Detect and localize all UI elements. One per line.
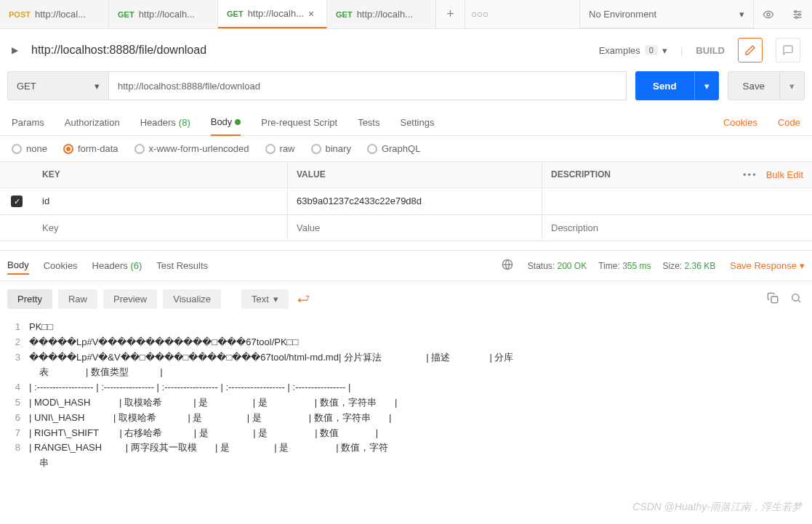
response-body[interactable]: 1PK□□ 2�����Lp#V������������□���67tool/P… — [0, 317, 812, 474]
copy-icon[interactable] — [764, 289, 781, 310]
tab-label: http://localh... — [248, 8, 304, 19]
settings-sliders-icon[interactable] — [783, 0, 812, 29]
radio-graphql[interactable]: GraphQL — [367, 143, 420, 154]
url-input[interactable]: http://localhost:8888/file/download — [109, 71, 627, 100]
resp-tab-headers[interactable]: Headers (6) — [92, 257, 142, 274]
col-key: KEY — [33, 162, 288, 188]
svg-rect-8 — [771, 297, 778, 303]
chevron-down-icon: ▾ — [95, 81, 100, 92]
examples-dropdown[interactable]: Examples 0 ▾ — [599, 45, 667, 56]
svg-point-4 — [795, 10, 797, 12]
cookies-link[interactable]: Cookies — [723, 110, 757, 135]
value-input[interactable] — [297, 196, 533, 206]
status-value: 200 OK — [558, 261, 587, 271]
view-visualize[interactable]: Visualize — [163, 289, 221, 309]
tab-3[interactable]: GET http://localh... — [327, 0, 436, 28]
request-tabs: POST http://local... GET http://localh..… — [0, 0, 579, 28]
tab-headers[interactable]: Headers (8) — [140, 110, 190, 135]
code-link[interactable]: Code — [778, 110, 800, 135]
bulk-edit-button[interactable]: Bulk Edit — [766, 169, 803, 180]
tab-params[interactable]: Params — [12, 110, 44, 135]
comment-icon[interactable] — [776, 38, 800, 63]
tab-label: http://localh... — [357, 9, 413, 20]
formdata-table: KEY VALUE DESCRIPTION ••• Bulk Edit ✓ — [0, 161, 812, 241]
svg-point-5 — [798, 13, 800, 15]
tab-body[interactable]: Body — [211, 109, 241, 136]
more-icon[interactable]: ••• — [743, 169, 757, 180]
tab-2[interactable]: GET http://localh... × — [218, 0, 327, 28]
resp-tab-testresults[interactable]: Test Results — [156, 257, 208, 274]
resp-tab-body[interactable]: Body — [7, 257, 29, 275]
build-button[interactable]: BUILD — [696, 45, 725, 56]
watermark: CSDN @Huathy-雨落江南，浮生若梦 — [632, 501, 802, 514]
edit-icon[interactable] — [738, 38, 763, 63]
key-input[interactable] — [42, 222, 278, 233]
tab-settings[interactable]: Settings — [400, 110, 434, 135]
method-select[interactable]: GET ▾ — [7, 71, 109, 100]
method-badge: POST — [9, 10, 31, 19]
method-badge: GET — [227, 9, 244, 18]
svg-line-10 — [798, 300, 800, 302]
svg-point-0 — [767, 13, 770, 16]
method-badge: GET — [118, 10, 134, 19]
search-icon[interactable] — [787, 289, 805, 310]
save-response-button[interactable]: Save Response ▾ — [730, 260, 805, 271]
wrap-icon[interactable]: ⮐ — [294, 289, 313, 310]
desc-input[interactable] — [551, 196, 716, 206]
add-tab-button[interactable]: + — [436, 0, 465, 28]
environment-label: No Environment — [589, 9, 656, 20]
globe-icon[interactable] — [502, 259, 513, 273]
desc-input[interactable] — [551, 222, 716, 233]
radio-none[interactable]: none — [12, 143, 47, 154]
tab-authorization[interactable]: Authorization — [65, 110, 120, 135]
tab-prerequest[interactable]: Pre-request Script — [261, 110, 337, 135]
svg-point-6 — [795, 16, 797, 18]
radio-binary[interactable]: binary — [311, 143, 351, 154]
row-checkbox[interactable]: ✓ — [11, 196, 23, 207]
table-row-new — [0, 215, 812, 241]
active-dot-icon — [235, 119, 241, 125]
tab-label: http://localh... — [139, 9, 195, 20]
chevron-down-icon: ▾ — [800, 260, 805, 271]
view-raw[interactable]: Raw — [58, 289, 97, 309]
table-row: ✓ — [0, 188, 812, 215]
value-input[interactable] — [297, 222, 533, 233]
tab-0[interactable]: POST http://local... — [0, 0, 109, 28]
chevron-down-icon: ▾ — [739, 9, 744, 20]
save-button[interactable]: Save — [728, 71, 780, 100]
radio-xwww[interactable]: x-www-form-urlencoded — [134, 143, 249, 154]
tab-tests[interactable]: Tests — [358, 110, 379, 135]
examples-count: 0 — [645, 45, 658, 55]
send-dropdown[interactable]: ▾ — [694, 71, 719, 100]
environment-quick-look-icon[interactable] — [754, 0, 783, 29]
col-value: VALUE — [288, 162, 542, 188]
format-select[interactable]: Text ▾ — [241, 289, 289, 309]
key-input[interactable] — [42, 196, 278, 206]
view-pretty[interactable]: Pretty — [7, 289, 52, 309]
environment-select[interactable]: No Environment ▾ — [579, 0, 754, 28]
tab-label: http://local... — [35, 9, 86, 20]
expand-icon[interactable]: ▶ — [12, 45, 18, 55]
view-preview[interactable]: Preview — [103, 289, 157, 309]
radio-raw[interactable]: raw — [265, 143, 295, 154]
resp-tab-cookies[interactable]: Cookies — [44, 257, 78, 274]
tab-1[interactable]: GET http://localh... — [109, 0, 218, 28]
radio-formdata[interactable]: form-data — [63, 143, 118, 154]
svg-point-9 — [792, 294, 799, 300]
time-value: 355 ms — [622, 261, 651, 271]
method-badge: GET — [336, 10, 353, 19]
close-icon[interactable]: × — [308, 8, 314, 20]
save-dropdown[interactable]: ▾ — [780, 71, 805, 100]
tab-overflow-button[interactable]: ○○○ — [465, 0, 494, 28]
request-title: http://localhost:8888/file/download — [31, 44, 586, 57]
chevron-down-icon: ▾ — [662, 45, 667, 56]
size-value: 2.36 KB — [685, 261, 716, 271]
col-description: DESCRIPTION — [542, 162, 725, 188]
send-button[interactable]: Send — [635, 71, 694, 100]
chevron-down-icon: ▾ — [273, 294, 278, 305]
